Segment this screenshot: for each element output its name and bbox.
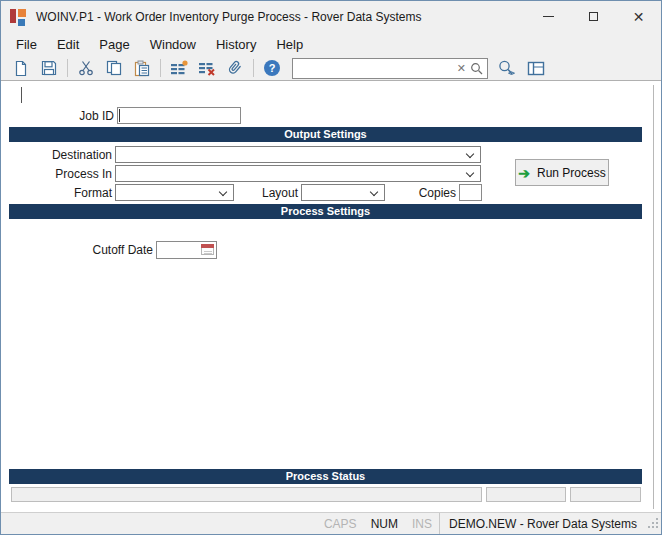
table-layout-icon[interactable] xyxy=(525,58,547,78)
maximize-icon xyxy=(589,12,598,21)
job-id-input[interactable] xyxy=(117,107,241,124)
caps-lock-indicator: CAPS xyxy=(317,517,364,531)
run-arrow-icon: ➔ xyxy=(518,165,530,181)
app-logo-icon xyxy=(10,8,28,26)
process-status-header: Process Status xyxy=(9,469,642,484)
format-select[interactable] xyxy=(115,184,234,201)
toolbar-separator xyxy=(253,59,254,77)
process-settings-header: Process Settings xyxy=(9,204,642,219)
menu-history[interactable]: History xyxy=(206,34,266,55)
menu-page[interactable]: Page xyxy=(89,34,139,55)
job-id-caret xyxy=(119,109,120,122)
calendar-icon[interactable] xyxy=(201,244,214,255)
text-cursor xyxy=(21,87,22,103)
toolbar-separator xyxy=(160,59,161,77)
lookup-preview-icon[interactable] xyxy=(496,58,518,78)
insert-mode-indicator: INS xyxy=(405,517,439,531)
layout-label: Layout xyxy=(251,186,298,200)
run-process-label: Run Process xyxy=(537,166,606,180)
num-lock-indicator: NUM xyxy=(364,517,405,531)
output-settings-header: Output Settings xyxy=(9,127,642,142)
process-status-value-2 xyxy=(570,487,641,502)
destination-select[interactable] xyxy=(115,146,481,163)
resize-grip[interactable] xyxy=(646,517,658,532)
window-controls: ✕ xyxy=(526,1,661,32)
help-question-glyph: ? xyxy=(264,60,280,76)
close-button[interactable]: ✕ xyxy=(616,1,661,32)
save-icon[interactable] xyxy=(38,58,60,78)
cutoff-date-input[interactable] xyxy=(156,241,217,259)
form-canvas: Job ID Output Settings Destination Proce… xyxy=(1,81,661,512)
chevron-down-icon xyxy=(219,188,227,196)
process-status-value-1 xyxy=(486,487,566,502)
minimize-icon xyxy=(543,16,554,17)
new-document-icon[interactable] xyxy=(10,58,32,78)
run-process-button[interactable]: ➔ Run Process xyxy=(515,159,609,186)
process-status-message xyxy=(11,487,482,502)
search-clear-icon[interactable]: ✕ xyxy=(453,62,470,75)
delete-row-icon[interactable] xyxy=(196,58,218,78)
menu-help[interactable]: Help xyxy=(266,34,313,55)
process-in-select[interactable] xyxy=(115,165,481,182)
paste-icon[interactable] xyxy=(131,58,153,78)
window-title: WOINV.P1 - Work Order Inventory Purge Pr… xyxy=(36,10,421,24)
insert-row-icon[interactable] xyxy=(168,58,190,78)
layout-select[interactable] xyxy=(301,184,385,201)
menu-edit[interactable]: Edit xyxy=(47,34,89,55)
attach-icon[interactable] xyxy=(224,58,246,78)
toolbar-separator xyxy=(67,59,68,77)
menu-file[interactable]: File xyxy=(6,34,47,55)
menu-window[interactable]: Window xyxy=(140,34,206,55)
copies-label: Copies xyxy=(409,186,456,200)
toolbar-search: ✕ xyxy=(292,58,488,79)
process-in-label: Process In xyxy=(31,167,112,181)
format-label: Format xyxy=(31,186,112,200)
search-input[interactable] xyxy=(293,60,453,77)
maximize-button[interactable] xyxy=(571,1,616,32)
minimize-button[interactable] xyxy=(526,1,571,32)
vertical-scrollbar[interactable] xyxy=(653,85,654,509)
chevron-down-icon xyxy=(370,188,378,196)
destination-label: Destination xyxy=(31,148,112,162)
cutoff-date-label: Cutoff Date xyxy=(81,243,153,257)
status-bar: CAPS NUM INS DEMO.NEW - Rover Data Syste… xyxy=(1,512,661,535)
menu-bar: File Edit Page Window History Help xyxy=(1,32,661,56)
job-id-label: Job ID xyxy=(41,109,114,123)
copies-input[interactable] xyxy=(459,184,482,201)
close-icon: ✕ xyxy=(633,10,645,24)
chevron-down-icon xyxy=(466,150,474,158)
search-icon[interactable] xyxy=(470,62,487,75)
help-icon[interactable]: ? xyxy=(261,58,283,78)
app-window: WOINV.P1 - Work Order Inventory Purge Pr… xyxy=(0,0,662,535)
cut-icon[interactable] xyxy=(75,58,97,78)
copy-icon[interactable] xyxy=(103,58,125,78)
toolbar: ? ✕ xyxy=(1,56,661,81)
connection-status: DEMO.NEW - Rover Data Systems xyxy=(440,517,646,531)
title-bar: WOINV.P1 - Work Order Inventory Purge Pr… xyxy=(1,1,661,32)
chevron-down-icon xyxy=(466,169,474,177)
